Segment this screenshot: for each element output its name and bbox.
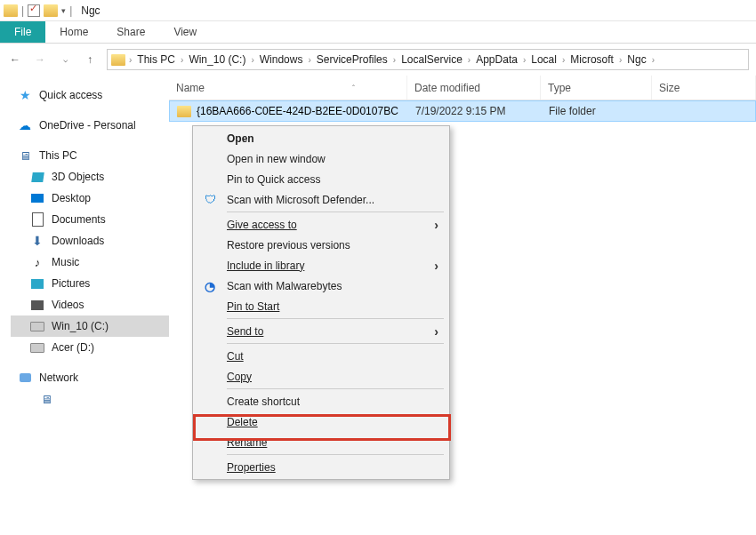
menu-item-scan-defender[interactable]: Scan with Microsoft Defender... (195, 189, 447, 210)
window-title: Ngc (81, 4, 100, 17)
tab-file[interactable]: File (0, 21, 45, 43)
malwarebytes-icon (202, 278, 218, 294)
menu-item-scan-malwarebytes[interactable]: Scan with Malwarebytes (195, 275, 447, 296)
file-type: File folder (542, 105, 653, 117)
chevron-right-icon[interactable]: › (523, 55, 526, 65)
menu-item-give-access[interactable]: Give access to (195, 214, 447, 235)
column-header-date[interactable]: Date modified (407, 76, 541, 100)
sidebar-item-network[interactable]: Network (11, 367, 169, 388)
menu-item-pin-quick-access[interactable]: Pin to Quick access (195, 169, 447, 189)
star-icon: ★ (18, 88, 32, 102)
menu-item-send-to[interactable]: Send to (195, 321, 447, 341)
sort-indicator-icon: ˆ (352, 84, 355, 92)
menu-item-open[interactable]: Open (195, 128, 447, 148)
crumb-win10[interactable]: Win_10 (C:) (185, 53, 249, 66)
chevron-right-icon[interactable]: › (652, 55, 655, 65)
menu-label: Send to (227, 325, 263, 338)
sidebar-label: Pictures (52, 277, 90, 290)
download-icon: ⬇ (30, 234, 44, 248)
sidebar-item-videos[interactable]: Videos (11, 294, 169, 315)
up-button[interactable]: ↑ (82, 52, 98, 68)
drive-icon (30, 319, 44, 333)
crumb-localservice[interactable]: LocalService (398, 53, 466, 66)
crumb-thispc[interactable]: This PC (133, 53, 179, 66)
chevron-right-icon[interactable]: › (393, 55, 396, 65)
folder-icon (44, 4, 58, 17)
menu-separator (227, 212, 444, 212)
sidebar-label: Quick access (39, 89, 102, 101)
recent-dropdown[interactable]: ⌵ (57, 52, 73, 68)
sidebar-item-thispc[interactable]: 🖥This PC (11, 145, 169, 166)
sidebar-item-3dobjects[interactable]: 3D Objects (11, 166, 169, 188)
column-header-size[interactable]: Size (652, 76, 756, 100)
pc-icon: 🖥 (18, 148, 32, 163)
menu-item-create-shortcut[interactable]: Create shortcut (195, 391, 447, 411)
menu-item-copy[interactable]: Copy (195, 366, 447, 387)
crumb-microsoft[interactable]: Microsoft (567, 53, 617, 66)
crumb-windows[interactable]: Windows (256, 53, 307, 66)
menu-label: Properties (227, 461, 276, 474)
drive-icon (30, 340, 44, 355)
menu-item-cut[interactable]: Cut (195, 346, 447, 366)
chevron-right-icon[interactable]: › (308, 55, 310, 65)
chevron-right-icon[interactable]: › (468, 55, 470, 65)
menu-item-properties[interactable]: Properties (195, 457, 447, 477)
tab-view[interactable]: View (159, 21, 211, 43)
context-menu: Open Open in new window Pin to Quick acc… (192, 125, 450, 480)
crumb-appdata[interactable]: AppData (472, 53, 521, 66)
music-icon: ♪ (30, 255, 44, 269)
chevron-right-icon[interactable]: › (251, 55, 253, 65)
pc-icon: 🖥 (39, 392, 53, 406)
sidebar-item-acer[interactable]: Acer (D:) (11, 337, 169, 358)
objects3d-icon (30, 170, 44, 184)
chevron-right-icon[interactable]: › (181, 55, 183, 65)
back-button[interactable]: ← (7, 52, 23, 68)
sidebar-item-desktop[interactable]: Desktop (11, 188, 169, 209)
sidebar-label: OneDrive - Personal (39, 119, 136, 132)
folder-icon (4, 4, 18, 17)
chevron-right-icon[interactable]: › (129, 55, 132, 65)
column-header-type[interactable]: Type (541, 76, 652, 100)
pictures-icon (30, 276, 44, 291)
menu-item-include-library[interactable]: Include in library (195, 255, 447, 275)
chevron-down-icon[interactable]: ▾ (61, 6, 66, 15)
table-row[interactable]: {16BAA666-C0EE-424D-B2EE-0D0107BC 7/19/2… (169, 100, 756, 122)
tab-share[interactable]: Share (102, 21, 159, 43)
chevron-right-icon[interactable]: › (619, 55, 622, 65)
sidebar-item-pictures[interactable]: Pictures (11, 273, 169, 294)
chevron-right-icon[interactable]: › (562, 55, 565, 65)
sidebar-item-music[interactable]: ♪Music (11, 252, 169, 273)
sidebar-label: Win_10 (C:) (52, 320, 109, 332)
properties-icon[interactable] (28, 4, 40, 17)
sidebar-item-downloads[interactable]: ⬇Downloads (11, 230, 169, 252)
column-headers: Nameˆ Date modified Type Size (169, 76, 756, 100)
menu-label: Cut (227, 350, 244, 363)
sidebar-label: 3D Objects (52, 171, 104, 183)
breadcrumb[interactable]: › This PC › Win_10 (C:) › Windows › Serv… (107, 49, 749, 70)
sidebar-label: Downloads (52, 235, 104, 247)
crumb-serviceprofiles[interactable]: ServiceProfiles (313, 53, 391, 66)
menu-item-open-new-window[interactable]: Open in new window (195, 148, 447, 169)
menu-label: Copy (227, 371, 252, 383)
address-bar: ← → ⌵ ↑ › This PC › Win_10 (C:) › Window… (0, 44, 756, 76)
menu-label: Pin to Start (227, 300, 279, 313)
crumb-ngc[interactable]: Ngc (623, 53, 649, 66)
crumb-local[interactable]: Local (527, 53, 560, 66)
file-name: {16BAA666-C0EE-424D-B2EE-0D0107BC (197, 105, 398, 117)
sidebar-label: This PC (39, 149, 77, 162)
forward-button: → (32, 52, 48, 68)
column-header-name[interactable]: Nameˆ (169, 76, 407, 100)
menu-item-pin-start[interactable]: Pin to Start (195, 296, 447, 316)
menu-item-restore-previous[interactable]: Restore previous versions (195, 235, 447, 255)
sidebar-item-quick-access[interactable]: ★Quick access (11, 84, 169, 106)
sidebar-item-documents[interactable]: Documents (11, 209, 169, 230)
desktop-icon (30, 191, 44, 205)
sidebar-item-win10[interactable]: Win_10 (C:) (11, 315, 169, 337)
menu-label: Give access to (227, 219, 297, 231)
tab-home[interactable]: Home (45, 21, 102, 43)
shield-icon (202, 192, 218, 208)
sidebar-item-onedrive[interactable]: ☁OneDrive - Personal (11, 115, 169, 136)
sidebar-item-computer[interactable]: 🖥 (11, 388, 169, 410)
column-label: Name (176, 82, 205, 94)
menu-separator (227, 454, 444, 455)
